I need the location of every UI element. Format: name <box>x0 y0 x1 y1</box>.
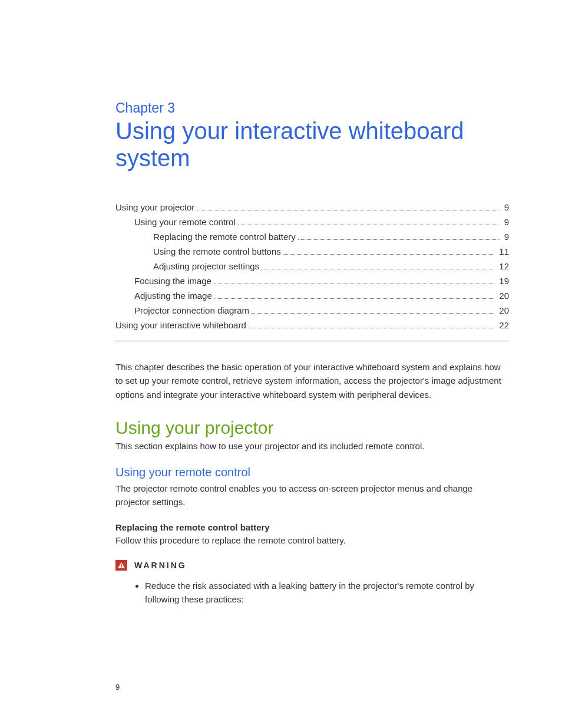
svg-rect-2 <box>121 566 122 568</box>
toc-entry-text[interactable]: Using your projector <box>115 202 194 212</box>
toc-entry-text[interactable]: Adjusting projector settings <box>153 261 259 271</box>
toc-leader <box>283 247 495 255</box>
toc-row: Adjusting projector settings12 <box>115 261 509 271</box>
toc-entry-page: 12 <box>497 261 509 271</box>
warning-header: WARNING <box>115 560 509 571</box>
toc-row: Focusing the image19 <box>115 276 509 286</box>
toc-row: Using the remote control buttons11 <box>115 246 509 256</box>
toc-entry-page: 20 <box>497 305 509 315</box>
subsubsection-text-battery: Follow this procedure to replace the rem… <box>115 533 509 547</box>
subsubsection-heading-battery: Replacing the remote control battery <box>115 522 509 532</box>
chapter-title: Using your interactive whiteboard system <box>115 117 509 172</box>
subsection-heading-remote: Using your remote control <box>115 466 509 479</box>
toc-entry-page: 9 <box>502 202 509 212</box>
toc-entry-page: 20 <box>497 291 509 301</box>
toc-row: Adjusting the image20 <box>115 291 509 301</box>
toc-entry-text[interactable]: Adjusting the image <box>134 291 212 301</box>
toc-leader <box>298 232 500 240</box>
toc-entry-text[interactable]: Using your remote control <box>134 217 236 227</box>
warning-bullet: Reduce the risk associated with a leakin… <box>145 579 509 607</box>
table-of-contents: Using your projector9Using your remote c… <box>115 202 509 330</box>
toc-leader <box>249 321 495 328</box>
toc-leader <box>262 262 494 269</box>
toc-row: Projector connection diagram20 <box>115 305 509 315</box>
toc-leader <box>214 276 494 284</box>
toc-divider <box>115 341 509 341</box>
svg-rect-1 <box>121 564 122 566</box>
page-number: 9 <box>115 683 120 691</box>
toc-entry-text[interactable]: Replacing the remote control battery <box>153 232 296 242</box>
toc-row: Using your remote control9 <box>115 217 509 227</box>
toc-entry-page: 11 <box>497 246 509 256</box>
toc-row: Replacing the remote control battery9 <box>115 232 509 242</box>
subsection-text-remote: The projector remote control enables you… <box>115 482 509 509</box>
toc-leader <box>238 218 500 225</box>
warning-block: WARNING Reduce the risk associated with … <box>115 560 509 607</box>
warning-list: Reduce the risk associated with a leakin… <box>115 579 509 607</box>
toc-leader <box>197 203 499 210</box>
toc-row: Using your interactive whiteboard22 <box>115 320 509 330</box>
toc-entry-text[interactable]: Focusing the image <box>134 276 211 286</box>
toc-entry-text[interactable]: Using the remote control buttons <box>153 246 281 256</box>
toc-entry-page: 9 <box>502 217 509 227</box>
toc-entry-page: 19 <box>497 276 509 286</box>
toc-entry-text[interactable]: Using your interactive whiteboard <box>115 320 246 330</box>
toc-entry-page: 22 <box>497 320 509 330</box>
section-text-projector: This section explains how to use your pr… <box>115 439 509 453</box>
warning-label: WARNING <box>134 561 187 570</box>
warning-triangle-icon <box>115 560 127 571</box>
toc-leader <box>252 306 494 314</box>
toc-leader <box>214 291 495 299</box>
toc-row: Using your projector9 <box>115 202 509 212</box>
document-page: Chapter 3 Using your interactive whitebo… <box>0 0 562 728</box>
toc-entry-text[interactable]: Projector connection diagram <box>134 305 249 315</box>
toc-entry-page: 9 <box>502 232 509 242</box>
section-heading-projector: Using your projector <box>115 418 509 438</box>
chapter-label: Chapter 3 <box>115 100 509 116</box>
intro-paragraph: This chapter describes the basic operati… <box>115 360 509 401</box>
